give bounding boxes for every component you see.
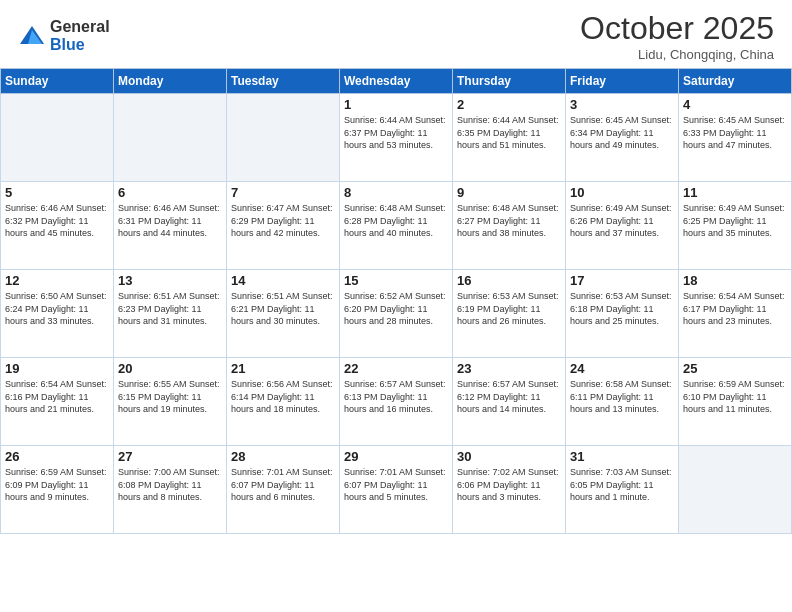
day-info: Sunrise: 6:49 AM Sunset: 6:26 PM Dayligh… <box>570 202 674 240</box>
day-number: 26 <box>5 449 109 464</box>
weekday-header: Thursday <box>453 69 566 94</box>
day-number: 2 <box>457 97 561 112</box>
day-number: 5 <box>5 185 109 200</box>
calendar-cell: 10Sunrise: 6:49 AM Sunset: 6:26 PM Dayli… <box>566 182 679 270</box>
day-info: Sunrise: 6:57 AM Sunset: 6:13 PM Dayligh… <box>344 378 448 416</box>
calendar-cell <box>679 446 792 534</box>
location: Lidu, Chongqing, China <box>580 47 774 62</box>
calendar-cell: 26Sunrise: 6:59 AM Sunset: 6:09 PM Dayli… <box>1 446 114 534</box>
day-info: Sunrise: 6:50 AM Sunset: 6:24 PM Dayligh… <box>5 290 109 328</box>
day-info: Sunrise: 6:52 AM Sunset: 6:20 PM Dayligh… <box>344 290 448 328</box>
calendar-cell: 3Sunrise: 6:45 AM Sunset: 6:34 PM Daylig… <box>566 94 679 182</box>
day-number: 16 <box>457 273 561 288</box>
calendar-cell: 14Sunrise: 6:51 AM Sunset: 6:21 PM Dayli… <box>227 270 340 358</box>
logo: General Blue <box>18 18 110 53</box>
day-number: 4 <box>683 97 787 112</box>
day-info: Sunrise: 6:45 AM Sunset: 6:33 PM Dayligh… <box>683 114 787 152</box>
calendar-cell: 23Sunrise: 6:57 AM Sunset: 6:12 PM Dayli… <box>453 358 566 446</box>
calendar-row: 19Sunrise: 6:54 AM Sunset: 6:16 PM Dayli… <box>1 358 792 446</box>
calendar-cell: 25Sunrise: 6:59 AM Sunset: 6:10 PM Dayli… <box>679 358 792 446</box>
calendar-cell: 17Sunrise: 6:53 AM Sunset: 6:18 PM Dayli… <box>566 270 679 358</box>
calendar-cell: 22Sunrise: 6:57 AM Sunset: 6:13 PM Dayli… <box>340 358 453 446</box>
calendar-cell: 30Sunrise: 7:02 AM Sunset: 6:06 PM Dayli… <box>453 446 566 534</box>
day-number: 10 <box>570 185 674 200</box>
calendar-cell: 6Sunrise: 6:46 AM Sunset: 6:31 PM Daylig… <box>114 182 227 270</box>
weekday-header: Wednesday <box>340 69 453 94</box>
day-number: 29 <box>344 449 448 464</box>
calendar-row: 5Sunrise: 6:46 AM Sunset: 6:32 PM Daylig… <box>1 182 792 270</box>
day-info: Sunrise: 6:44 AM Sunset: 6:37 PM Dayligh… <box>344 114 448 152</box>
day-info: Sunrise: 6:57 AM Sunset: 6:12 PM Dayligh… <box>457 378 561 416</box>
calendar-row: 1Sunrise: 6:44 AM Sunset: 6:37 PM Daylig… <box>1 94 792 182</box>
calendar-cell: 7Sunrise: 6:47 AM Sunset: 6:29 PM Daylig… <box>227 182 340 270</box>
calendar-cell: 29Sunrise: 7:01 AM Sunset: 6:07 PM Dayli… <box>340 446 453 534</box>
day-info: Sunrise: 6:47 AM Sunset: 6:29 PM Dayligh… <box>231 202 335 240</box>
logo-blue-text: Blue <box>50 36 110 54</box>
calendar-row: 26Sunrise: 6:59 AM Sunset: 6:09 PM Dayli… <box>1 446 792 534</box>
calendar-cell: 5Sunrise: 6:46 AM Sunset: 6:32 PM Daylig… <box>1 182 114 270</box>
calendar-cell: 9Sunrise: 6:48 AM Sunset: 6:27 PM Daylig… <box>453 182 566 270</box>
day-number: 21 <box>231 361 335 376</box>
day-number: 20 <box>118 361 222 376</box>
day-number: 17 <box>570 273 674 288</box>
day-number: 7 <box>231 185 335 200</box>
calendar-cell: 19Sunrise: 6:54 AM Sunset: 6:16 PM Dayli… <box>1 358 114 446</box>
day-number: 28 <box>231 449 335 464</box>
page: General Blue October 2025 Lidu, Chongqin… <box>0 0 792 612</box>
day-info: Sunrise: 6:58 AM Sunset: 6:11 PM Dayligh… <box>570 378 674 416</box>
calendar-cell: 2Sunrise: 6:44 AM Sunset: 6:35 PM Daylig… <box>453 94 566 182</box>
title-block: October 2025 Lidu, Chongqing, China <box>580 10 774 62</box>
day-number: 6 <box>118 185 222 200</box>
calendar-cell: 8Sunrise: 6:48 AM Sunset: 6:28 PM Daylig… <box>340 182 453 270</box>
day-number: 9 <box>457 185 561 200</box>
day-info: Sunrise: 7:01 AM Sunset: 6:07 PM Dayligh… <box>231 466 335 504</box>
day-number: 24 <box>570 361 674 376</box>
calendar-cell <box>227 94 340 182</box>
calendar-cell: 18Sunrise: 6:54 AM Sunset: 6:17 PM Dayli… <box>679 270 792 358</box>
day-number: 1 <box>344 97 448 112</box>
weekday-header: Monday <box>114 69 227 94</box>
calendar-table: SundayMondayTuesdayWednesdayThursdayFrid… <box>0 68 792 534</box>
calendar-cell <box>1 94 114 182</box>
calendar-cell: 24Sunrise: 6:58 AM Sunset: 6:11 PM Dayli… <box>566 358 679 446</box>
day-number: 11 <box>683 185 787 200</box>
day-number: 23 <box>457 361 561 376</box>
day-info: Sunrise: 7:01 AM Sunset: 6:07 PM Dayligh… <box>344 466 448 504</box>
calendar-cell: 20Sunrise: 6:55 AM Sunset: 6:15 PM Dayli… <box>114 358 227 446</box>
day-info: Sunrise: 6:48 AM Sunset: 6:28 PM Dayligh… <box>344 202 448 240</box>
calendar-cell <box>114 94 227 182</box>
weekday-header: Sunday <box>1 69 114 94</box>
weekday-header: Tuesday <box>227 69 340 94</box>
calendar-cell: 11Sunrise: 6:49 AM Sunset: 6:25 PM Dayli… <box>679 182 792 270</box>
day-info: Sunrise: 6:53 AM Sunset: 6:18 PM Dayligh… <box>570 290 674 328</box>
logo-general-text: General <box>50 18 110 36</box>
day-number: 31 <box>570 449 674 464</box>
calendar-cell: 31Sunrise: 7:03 AM Sunset: 6:05 PM Dayli… <box>566 446 679 534</box>
day-info: Sunrise: 7:00 AM Sunset: 6:08 PM Dayligh… <box>118 466 222 504</box>
day-number: 19 <box>5 361 109 376</box>
day-info: Sunrise: 6:45 AM Sunset: 6:34 PM Dayligh… <box>570 114 674 152</box>
day-info: Sunrise: 6:59 AM Sunset: 6:09 PM Dayligh… <box>5 466 109 504</box>
day-info: Sunrise: 6:46 AM Sunset: 6:31 PM Dayligh… <box>118 202 222 240</box>
day-info: Sunrise: 6:55 AM Sunset: 6:15 PM Dayligh… <box>118 378 222 416</box>
weekday-header: Saturday <box>679 69 792 94</box>
day-number: 15 <box>344 273 448 288</box>
logo-text: General Blue <box>50 18 110 53</box>
day-info: Sunrise: 6:59 AM Sunset: 6:10 PM Dayligh… <box>683 378 787 416</box>
day-number: 3 <box>570 97 674 112</box>
weekday-header: Friday <box>566 69 679 94</box>
day-number: 25 <box>683 361 787 376</box>
day-number: 8 <box>344 185 448 200</box>
day-info: Sunrise: 6:56 AM Sunset: 6:14 PM Dayligh… <box>231 378 335 416</box>
day-info: Sunrise: 6:51 AM Sunset: 6:21 PM Dayligh… <box>231 290 335 328</box>
calendar-row: 12Sunrise: 6:50 AM Sunset: 6:24 PM Dayli… <box>1 270 792 358</box>
day-number: 18 <box>683 273 787 288</box>
day-info: Sunrise: 7:02 AM Sunset: 6:06 PM Dayligh… <box>457 466 561 504</box>
day-number: 14 <box>231 273 335 288</box>
day-info: Sunrise: 6:44 AM Sunset: 6:35 PM Dayligh… <box>457 114 561 152</box>
day-number: 12 <box>5 273 109 288</box>
calendar-header-row: SundayMondayTuesdayWednesdayThursdayFrid… <box>1 69 792 94</box>
day-info: Sunrise: 6:53 AM Sunset: 6:19 PM Dayligh… <box>457 290 561 328</box>
calendar-cell: 1Sunrise: 6:44 AM Sunset: 6:37 PM Daylig… <box>340 94 453 182</box>
day-info: Sunrise: 6:54 AM Sunset: 6:16 PM Dayligh… <box>5 378 109 416</box>
